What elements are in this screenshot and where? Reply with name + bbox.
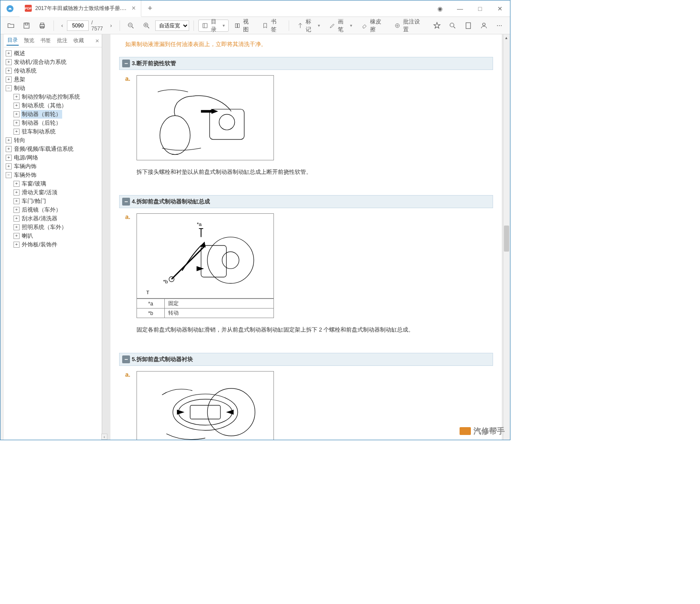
open-file-button[interactable] (4, 20, 18, 32)
maximize-button[interactable]: □ (470, 0, 490, 17)
outline-item[interactable]: +传动系统 (4, 66, 102, 75)
expand-icon[interactable]: + (6, 50, 12, 56)
expand-icon[interactable]: + (13, 111, 20, 117)
outline-item[interactable]: +车辆内饰 (4, 162, 102, 171)
view-button[interactable]: 视图 (230, 20, 257, 32)
new-tab-button[interactable]: + (141, 0, 159, 17)
print-button[interactable] (35, 20, 49, 32)
panel-resize-handle[interactable]: ‹ (101, 434, 107, 440)
outline-item[interactable]: +悬架 (4, 75, 102, 84)
collapse-icon[interactable]: − (6, 85, 12, 91)
page-input[interactable] (67, 20, 89, 31)
expand-icon[interactable]: + (6, 155, 12, 161)
outline-item[interactable]: +制动控制/动态控制系统 (4, 93, 102, 101)
outline-tree[interactable]: +概述+发动机/混合动力系统+传动系统+悬架−制动+制动控制/动态控制系统+制动… (4, 47, 102, 440)
section-header[interactable]: − 5.拆卸前盘式制动器衬块 (119, 353, 493, 366)
document-tab[interactable]: PDF 2017年丰田威驰雅力士致炫维修手册.pdf × (20, 0, 141, 17)
expand-icon[interactable]: + (13, 181, 20, 187)
step-label: a. (125, 371, 130, 378)
outline-item[interactable]: +喇叭 (4, 232, 102, 240)
outline-panel-button[interactable]: 目录 ▾ (198, 20, 229, 32)
next-page-button[interactable]: › (107, 20, 115, 31)
prev-page-button[interactable]: ‹ (58, 20, 66, 31)
expand-icon[interactable]: + (6, 59, 12, 65)
expand-icon[interactable]: + (13, 120, 20, 126)
outline-item[interactable]: +制动系统（其他） (4, 101, 102, 110)
expand-icon[interactable]: + (13, 224, 20, 230)
outline-item[interactable]: +驻车制动系统 (4, 127, 102, 136)
record-icon[interactable]: ◉ (430, 0, 450, 17)
section-header[interactable]: − 3.断开前挠性软管 (119, 57, 493, 70)
zoom-out-button[interactable] (124, 20, 138, 32)
outline-item[interactable]: +外饰板/装饰件 (4, 240, 102, 249)
favorite-button[interactable] (430, 20, 444, 32)
page-button[interactable] (461, 20, 475, 32)
expand-icon[interactable]: + (13, 198, 20, 204)
expand-icon[interactable]: + (13, 129, 20, 135)
side-tab-annot[interactable]: 批注 (56, 36, 68, 45)
outline-item[interactable]: +制动器（前轮） (4, 110, 102, 119)
search-button[interactable] (446, 20, 460, 32)
side-tab-fav[interactable]: 收藏 (73, 36, 85, 45)
outline-label: 概述 (13, 49, 26, 58)
expand-icon[interactable]: + (13, 207, 20, 213)
side-tab-outline[interactable]: 目录 (7, 36, 19, 46)
expand-icon[interactable]: + (13, 94, 20, 100)
zoom-in-button[interactable] (140, 20, 153, 32)
expand-icon[interactable]: + (13, 233, 20, 239)
zoom-select[interactable]: 自适应宽 (155, 20, 189, 31)
outline-label: 发动机/混合动力系统 (13, 58, 67, 66)
outline-item[interactable]: +转向 (4, 136, 102, 145)
section-header[interactable]: − 4.拆卸前盘式制动器制动缸总成 (119, 195, 493, 208)
expand-icon[interactable]: + (6, 137, 12, 143)
annotation-settings-button[interactable]: 批注设置 (390, 20, 427, 32)
eraser-button[interactable]: 橡皮擦 (358, 20, 389, 32)
outline-label: 后视镜（车外） (21, 206, 62, 214)
outline-label: 车窗/玻璃 (21, 179, 47, 188)
close-panel-icon[interactable]: × (95, 37, 99, 44)
outline-item[interactable]: +车窗/玻璃 (4, 179, 102, 188)
collapse-icon[interactable]: − (122, 60, 130, 67)
expand-icon[interactable]: + (6, 146, 12, 152)
tab-close-icon[interactable]: × (132, 4, 136, 12)
content-viewport[interactable]: 如果制动液泄漏到任何油漆表面上，立即将其清洗干净。 − 3.断开前挠性软管 a. (102, 34, 510, 440)
outline-item[interactable]: +后视镜（车外） (4, 206, 102, 214)
outline-item[interactable]: −车辆外饰 (4, 171, 102, 179)
outline-item[interactable]: +音频/视频/车载通信系统 (4, 145, 102, 153)
bookmark-button[interactable]: 书签 (258, 20, 284, 32)
expand-icon[interactable]: + (13, 242, 20, 248)
outline-item[interactable]: +概述 (4, 49, 102, 58)
close-window-button[interactable]: ✕ (490, 0, 510, 17)
outline-item[interactable]: +刮水器/清洗器 (4, 214, 102, 223)
account-button[interactable] (477, 20, 491, 32)
outline-label: 电源/网络 (13, 153, 39, 162)
collapse-icon[interactable]: − (6, 172, 12, 178)
pen-button[interactable]: 画笔 ▾ (326, 20, 356, 32)
outline-item[interactable]: +发动机/混合动力系统 (4, 58, 102, 66)
expand-icon[interactable]: + (13, 216, 20, 222)
outline-item[interactable]: +车门/舱门 (4, 197, 102, 206)
outline-item[interactable]: +制动器（后轮） (4, 119, 102, 127)
vertical-scrollbar[interactable]: ▴ (503, 34, 510, 440)
expand-icon[interactable]: + (6, 68, 12, 74)
collapse-icon[interactable]: − (122, 198, 130, 206)
side-tab-bookmark[interactable]: 书签 (40, 36, 52, 45)
scrollbar-thumb[interactable] (504, 226, 509, 252)
watermark: 汽修帮手 (460, 426, 505, 436)
expand-icon[interactable]: + (6, 76, 12, 83)
outline-item[interactable]: +电源/网络 (4, 153, 102, 162)
expand-icon[interactable]: + (13, 103, 20, 109)
outline-item[interactable]: −制动 (4, 84, 102, 93)
side-tab-preview[interactable]: 预览 (23, 36, 35, 45)
save-button[interactable] (20, 20, 33, 32)
outline-item[interactable]: +滑动天窗/活顶 (4, 188, 102, 197)
outline-item[interactable]: +照明系统（车外） (4, 223, 102, 232)
mark-button[interactable]: 标记 ▾ (293, 20, 324, 32)
collapse-icon[interactable]: − (122, 355, 130, 363)
more-button[interactable]: ⋯ (493, 20, 507, 32)
outline-label: 滑动天窗/活顶 (21, 188, 58, 197)
minimize-button[interactable]: — (450, 0, 470, 17)
outline-label: 制动器（后轮） (21, 119, 62, 127)
expand-icon[interactable]: + (6, 163, 12, 169)
expand-icon[interactable]: + (13, 189, 20, 196)
